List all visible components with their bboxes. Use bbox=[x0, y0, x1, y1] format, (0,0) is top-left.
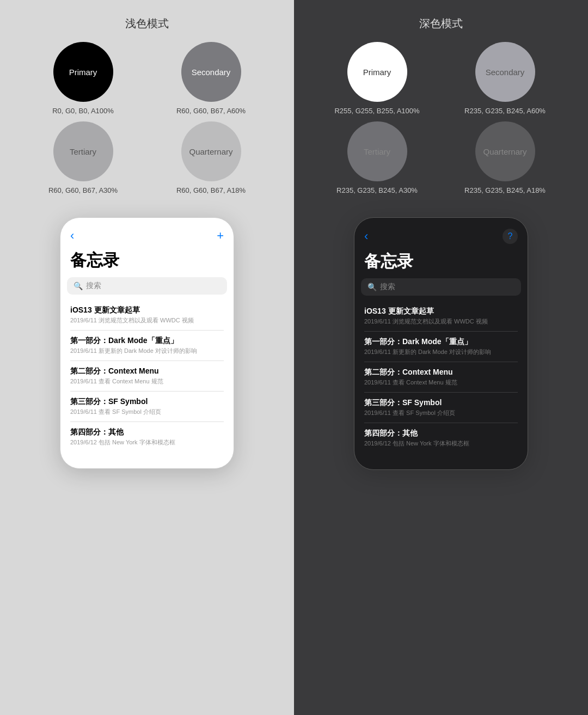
light-primary-item: Primary R0, G0, B0, A100% bbox=[22, 42, 144, 116]
dark-primary-item: Primary R255, G255, B255, A100% bbox=[316, 42, 438, 116]
table-row[interactable]: iOS13 更新文章起草 2019/6/11 浏览规范文档以及观看 WWDC 视… bbox=[364, 301, 518, 332]
dark-primary-desc: R255, G255, B255, A100% bbox=[334, 106, 419, 116]
note-title: 第四部分：其他 bbox=[364, 429, 518, 438]
dark-quarternary-desc: R235, G235, B245, A18% bbox=[464, 186, 546, 195]
note-date: 2019/6/11 bbox=[70, 347, 97, 354]
dark-mode-panel: 深色模式 Primary R255, G255, B255, A100% Sec… bbox=[294, 0, 588, 715]
dark-quarternary-item: Quarternary R235, G235, B245, A18% bbox=[444, 121, 566, 195]
dark-tertiary-item: Tertiary R235, G235, B245, A30% bbox=[316, 121, 438, 195]
note-date: 2019/6/11 bbox=[70, 317, 97, 323]
table-row[interactable]: 第一部分：Dark Mode「重点」 2019/6/11 新更新的 Dark M… bbox=[364, 332, 518, 362]
dark-phone-mockup: ‹ ? 备忘录 🔍 搜索 iOS13 更新文章起草 2019/6/11 浏览规范… bbox=[354, 217, 528, 470]
note-title: 第四部分：其他 bbox=[70, 427, 224, 437]
dark-primary-circle: Primary bbox=[347, 42, 407, 102]
note-meta: 2019/6/12 包括 New York 字体和模态框 bbox=[364, 439, 518, 448]
dark-back-icon[interactable]: ‹ bbox=[364, 229, 368, 243]
table-row[interactable]: 第三部分：SF Symbol 2019/6/11 查看 SF Symbol 介绍… bbox=[70, 392, 224, 422]
table-row[interactable]: iOS13 更新文章起草 2019/6/11 浏览规范文档以及观看 WWDC 视… bbox=[70, 300, 224, 331]
note-title: 第三部分：SF Symbol bbox=[364, 398, 518, 408]
dark-mode-title: 深色模式 bbox=[419, 16, 463, 31]
dark-search-placeholder: 搜索 bbox=[380, 282, 395, 292]
note-meta: 2019/6/11 新更新的 Dark Mode 对设计师的影响 bbox=[70, 347, 224, 355]
dark-tertiary-desc: R235, G235, B245, A30% bbox=[336, 186, 418, 195]
light-mode-panel: 浅色模式 Primary R0, G0, B0, A100% Secondary… bbox=[0, 0, 294, 715]
note-desc: 浏览规范文档以及观看 WWDC 视频 bbox=[393, 318, 488, 325]
note-desc: 新更新的 Dark Mode 对设计师的影响 bbox=[99, 347, 197, 354]
light-search-placeholder: 搜索 bbox=[86, 281, 101, 291]
light-plus-icon[interactable]: + bbox=[217, 229, 224, 243]
light-quarternary-item: Quarternary R60, G60, B67, A18% bbox=[150, 121, 272, 195]
light-secondary-desc: R60, G60, B67, A60% bbox=[176, 106, 246, 116]
note-title: 第二部分：Context Menu bbox=[364, 368, 518, 377]
note-desc: 包括 New York 字体和模态框 bbox=[393, 440, 469, 447]
table-row[interactable]: 第四部分：其他 2019/6/12 包括 New York 字体和模态框 bbox=[70, 422, 224, 452]
note-desc: 包括 New York 字体和模态框 bbox=[99, 439, 175, 445]
light-back-icon[interactable]: ‹ bbox=[70, 229, 74, 243]
light-phone-search[interactable]: 🔍 搜索 bbox=[67, 277, 227, 295]
dark-tertiary-circle: Tertiary bbox=[347, 121, 407, 181]
dark-secondary-label: Secondary bbox=[486, 68, 525, 77]
note-meta: 2019/6/11 查看 SF Symbol 介绍页 bbox=[364, 409, 518, 417]
note-title: 第二部分：Context Menu bbox=[70, 366, 224, 376]
note-date: 2019/6/11 bbox=[70, 378, 97, 384]
light-search-icon: 🔍 bbox=[74, 282, 83, 290]
light-quarternary-circle: Quarternary bbox=[181, 121, 241, 181]
light-primary-desc: R0, G0, B0, A100% bbox=[52, 106, 114, 116]
light-phone-mockup: ‹ + 备忘录 🔍 搜索 iOS13 更新文章起草 2019/6/11 浏览规范… bbox=[60, 217, 234, 469]
table-row[interactable]: 第二部分：Context Menu 2019/6/11 查看 Context M… bbox=[70, 361, 224, 392]
light-secondary-label: Secondary bbox=[192, 68, 231, 77]
note-desc: 查看 Context Menu 规范 bbox=[99, 378, 163, 384]
table-row[interactable]: 第四部分：其他 2019/6/12 包括 New York 字体和模态框 bbox=[364, 423, 518, 453]
light-color-grid: Primary R0, G0, B0, A100% Secondary R60,… bbox=[22, 42, 272, 195]
dark-question-icon[interactable]: ? bbox=[503, 229, 518, 244]
note-date: 2019/6/11 bbox=[364, 318, 391, 325]
note-title: iOS13 更新文章起草 bbox=[70, 305, 224, 315]
light-quarternary-desc: R60, G60, B67, A18% bbox=[176, 186, 246, 195]
light-tertiary-label: Tertiary bbox=[70, 147, 96, 156]
note-desc: 新更新的 Dark Mode 对设计师的影响 bbox=[393, 349, 491, 355]
note-title: 第一部分：Dark Mode「重点」 bbox=[70, 336, 224, 346]
dark-color-grid: Primary R255, G255, B255, A100% Secondar… bbox=[316, 42, 566, 195]
note-date: 2019/6/11 bbox=[364, 410, 391, 416]
dark-secondary-item: Secondary R235, G235, B245, A60% bbox=[444, 42, 566, 116]
dark-phone-inner: ‹ ? 备忘录 🔍 搜索 iOS13 更新文章起草 2019/6/11 浏览规范… bbox=[354, 218, 528, 469]
note-date: 2019/6/11 bbox=[364, 349, 391, 355]
dark-search-icon: 🔍 bbox=[367, 283, 377, 291]
light-note-list: iOS13 更新文章起草 2019/6/11 浏览规范文档以及观看 WWDC 视… bbox=[60, 300, 234, 452]
light-mode-title: 浅色模式 bbox=[125, 16, 169, 31]
light-tertiary-item: Tertiary R60, G60, B67, A30% bbox=[22, 121, 144, 195]
note-date: 2019/6/11 bbox=[364, 379, 391, 386]
table-row[interactable]: 第三部分：SF Symbol 2019/6/11 查看 SF Symbol 介绍… bbox=[364, 393, 518, 423]
note-meta: 2019/6/11 浏览规范文档以及观看 WWDC 视频 bbox=[364, 317, 518, 326]
note-meta: 2019/6/11 查看 Context Menu 规范 bbox=[364, 378, 518, 387]
note-meta: 2019/6/11 新更新的 Dark Mode 对设计师的影响 bbox=[364, 348, 518, 356]
note-desc: 浏览规范文档以及观看 WWDC 视频 bbox=[99, 317, 194, 323]
note-desc: 查看 Context Menu 规范 bbox=[393, 379, 457, 386]
note-desc: 查看 SF Symbol 介绍页 bbox=[393, 410, 455, 416]
dark-tertiary-label: Tertiary bbox=[364, 147, 390, 156]
table-row[interactable]: 第一部分：Dark Mode「重点」 2019/6/11 新更新的 Dark M… bbox=[70, 331, 224, 361]
note-title: 第三部分：SF Symbol bbox=[70, 397, 224, 407]
dark-secondary-desc: R235, G235, B245, A60% bbox=[464, 106, 546, 116]
dark-phone-title: 备忘录 bbox=[354, 248, 528, 278]
table-row[interactable]: 第二部分：Context Menu 2019/6/11 查看 Context M… bbox=[364, 362, 518, 393]
light-secondary-circle: Secondary bbox=[181, 42, 241, 102]
dark-secondary-circle: Secondary bbox=[475, 42, 535, 102]
dark-quarternary-label: Quarternary bbox=[483, 147, 526, 156]
note-meta: 2019/6/11 查看 SF Symbol 介绍页 bbox=[70, 408, 224, 416]
note-meta: 2019/6/12 包括 New York 字体和模态框 bbox=[70, 438, 224, 447]
light-tertiary-desc: R60, G60, B67, A30% bbox=[48, 186, 118, 195]
light-phone-title: 备忘录 bbox=[60, 247, 234, 277]
dark-note-list: iOS13 更新文章起草 2019/6/11 浏览规范文档以及观看 WWDC 视… bbox=[354, 301, 528, 453]
light-tertiary-circle: Tertiary bbox=[53, 121, 113, 181]
light-phone-inner: ‹ + 备忘录 🔍 搜索 iOS13 更新文章起草 2019/6/11 浏览规范… bbox=[60, 218, 234, 468]
light-secondary-item: Secondary R60, G60, B67, A60% bbox=[150, 42, 272, 116]
dark-phone-search[interactable]: 🔍 搜索 bbox=[361, 278, 521, 296]
note-date: 2019/6/11 bbox=[70, 408, 97, 415]
dark-quarternary-circle: Quarternary bbox=[475, 121, 535, 181]
dark-phone-nav: ‹ ? bbox=[354, 227, 528, 248]
note-meta: 2019/6/11 浏览规范文档以及观看 WWDC 视频 bbox=[70, 316, 224, 325]
light-quarternary-label: Quarternary bbox=[189, 147, 232, 156]
note-title: 第一部分：Dark Mode「重点」 bbox=[364, 337, 518, 347]
note-meta: 2019/6/11 查看 Context Menu 规范 bbox=[70, 377, 224, 386]
